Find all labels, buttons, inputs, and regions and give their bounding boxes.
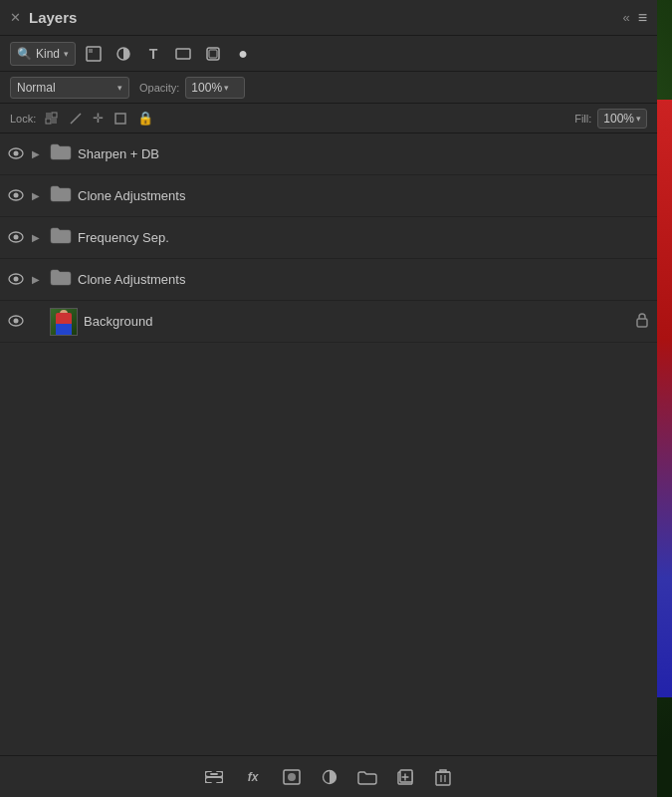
- close-button[interactable]: ✕: [10, 11, 21, 24]
- new-adjustment-icon[interactable]: [316, 763, 343, 791]
- svg-rect-8: [46, 119, 51, 124]
- filter-toolbar: 🔍 Kind ▾ T: [0, 36, 657, 72]
- blend-opacity-toolbar: Normal ▾ Opacity: 100% ▾: [0, 72, 657, 104]
- layer-lock-icon: [635, 312, 649, 331]
- filter-enable-icon[interactable]: ●: [231, 42, 255, 66]
- visibility-icon[interactable]: [8, 314, 26, 330]
- expand-arrow-icon[interactable]: ▶: [32, 190, 44, 201]
- opacity-value-text: 100%: [191, 81, 222, 95]
- svg-rect-11: [115, 114, 125, 124]
- add-mask-icon[interactable]: [278, 763, 306, 791]
- svg-point-26: [288, 773, 296, 781]
- opacity-input[interactable]: 100% ▾: [185, 77, 245, 99]
- delete-layer-icon[interactable]: [429, 763, 457, 791]
- svg-rect-22: [637, 319, 647, 327]
- svg-line-10: [71, 114, 81, 124]
- svg-point-19: [14, 276, 19, 281]
- title-bar: ✕ Layers « ≡: [0, 0, 657, 36]
- lock-position-icon[interactable]: ✛: [90, 109, 107, 128]
- layer-item[interactable]: ▶ Sharpen + DB: [0, 133, 657, 175]
- search-icon: 🔍: [17, 47, 32, 61]
- svg-rect-1: [89, 49, 93, 53]
- lock-label: Lock:: [10, 113, 36, 125]
- layer-item[interactable]: ▶ Clone Adjustments: [0, 175, 657, 217]
- folder-icon: [50, 226, 72, 249]
- panel-title: Layers: [29, 9, 77, 26]
- fill-value-text: 100%: [603, 112, 634, 126]
- expand-arrow-icon[interactable]: ▶: [32, 274, 44, 285]
- svg-rect-5: [209, 50, 217, 58]
- layer-name: Clone Adjustments: [78, 272, 649, 287]
- title-bar-right: « ≡: [622, 10, 647, 26]
- visibility-icon[interactable]: [8, 230, 26, 246]
- kind-dropdown[interactable]: 🔍 Kind ▾: [10, 42, 76, 66]
- layer-thumbnail: [50, 308, 78, 336]
- fill-input[interactable]: 100% ▾: [597, 109, 647, 129]
- text-icon[interactable]: T: [141, 42, 165, 66]
- svg-rect-6: [46, 113, 51, 118]
- title-bar-left: ✕ Layers: [10, 9, 77, 26]
- layer-item[interactable]: ▶ Clone Adjustments: [0, 259, 657, 301]
- visibility-icon[interactable]: [8, 188, 26, 204]
- new-layer-icon[interactable]: [391, 763, 419, 791]
- blend-mode-dropdown[interactable]: Normal ▾: [10, 77, 129, 99]
- folder-icon: [50, 142, 72, 165]
- svg-point-13: [14, 150, 19, 155]
- layer-name: Frequency Sep.: [78, 230, 649, 245]
- svg-rect-3: [176, 49, 190, 59]
- shape-icon[interactable]: [171, 42, 195, 66]
- layer-fx-icon[interactable]: fx: [238, 763, 268, 791]
- visibility-icon[interactable]: [8, 146, 26, 162]
- layer-item[interactable]: ▶ Background: [0, 301, 657, 343]
- svg-point-21: [14, 318, 19, 323]
- svg-rect-9: [52, 119, 57, 124]
- blend-mode-value: Normal: [17, 81, 56, 95]
- chevron-down-icon: ▾: [64, 49, 69, 59]
- layer-name: Sharpen + DB: [78, 146, 649, 161]
- kind-label: Kind: [36, 47, 60, 61]
- layer-name: Background: [84, 314, 629, 329]
- svg-point-15: [14, 192, 19, 197]
- svg-point-17: [14, 234, 19, 239]
- expand-arrow-icon[interactable]: ▶: [32, 148, 44, 159]
- expand-arrow-icon: ▶: [32, 316, 44, 327]
- layers-list: ▶ Sharpen + DB ▶ Clone Adj: [0, 133, 657, 755]
- layers-panel: ✕ Layers « ≡ 🔍 Kind ▾ T: [0, 0, 657, 797]
- svg-rect-7: [52, 113, 57, 118]
- expand-arrow-icon[interactable]: ▶: [32, 232, 44, 243]
- bottom-toolbar: fx: [0, 755, 657, 797]
- adjustment-icon[interactable]: [112, 42, 135, 66]
- folder-icon: [50, 268, 72, 291]
- fill-label: Fill:: [574, 113, 591, 125]
- chevron-down-icon: ▾: [636, 114, 641, 124]
- link-layers-icon[interactable]: [200, 763, 228, 791]
- svg-rect-32: [436, 772, 450, 785]
- visibility-icon[interactable]: [8, 272, 26, 288]
- collapse-button[interactable]: «: [622, 10, 629, 25]
- new-group-icon[interactable]: [353, 763, 381, 791]
- opacity-label: Opacity:: [139, 82, 179, 94]
- lock-row: Lock: ✛ 🔒 Fill: 100% ▾: [0, 104, 657, 133]
- folder-icon: [50, 184, 72, 207]
- panel-menu-button[interactable]: ≡: [638, 10, 647, 26]
- lock-image-icon[interactable]: [66, 110, 86, 128]
- layer-item[interactable]: ▶ Frequency Sep.: [0, 217, 657, 259]
- svg-rect-29: [400, 770, 412, 782]
- lock-artboard-icon[interactable]: [111, 110, 130, 128]
- image-filter-icon[interactable]: [82, 42, 106, 66]
- fx-label: fx: [248, 770, 259, 784]
- chevron-down-icon: ▾: [224, 83, 229, 93]
- chevron-down-icon: ▾: [117, 83, 122, 93]
- smart-object-icon[interactable]: [201, 42, 225, 66]
- lock-transparent-icon[interactable]: [42, 110, 62, 128]
- layer-name: Clone Adjustments: [78, 188, 649, 203]
- lock-all-icon[interactable]: 🔒: [134, 109, 156, 128]
